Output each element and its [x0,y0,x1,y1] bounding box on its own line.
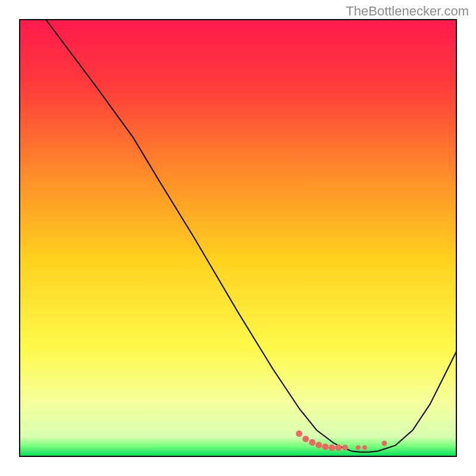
data-marker [381,440,387,446]
data-marker [335,444,342,451]
data-marker [356,445,361,450]
bottleneck-chart [0,0,476,476]
data-marker [302,436,309,442]
data-marker [309,439,315,446]
data-marker [342,444,348,450]
data-marker [315,441,322,448]
data-marker [322,443,328,450]
watermark-text: TheBottlenecker.com [346,4,469,19]
data-marker [362,445,367,450]
data-marker [328,444,335,451]
data-marker [296,430,302,437]
chart-container: TheBottlenecker.com [0,0,476,476]
plot-background [20,20,456,456]
